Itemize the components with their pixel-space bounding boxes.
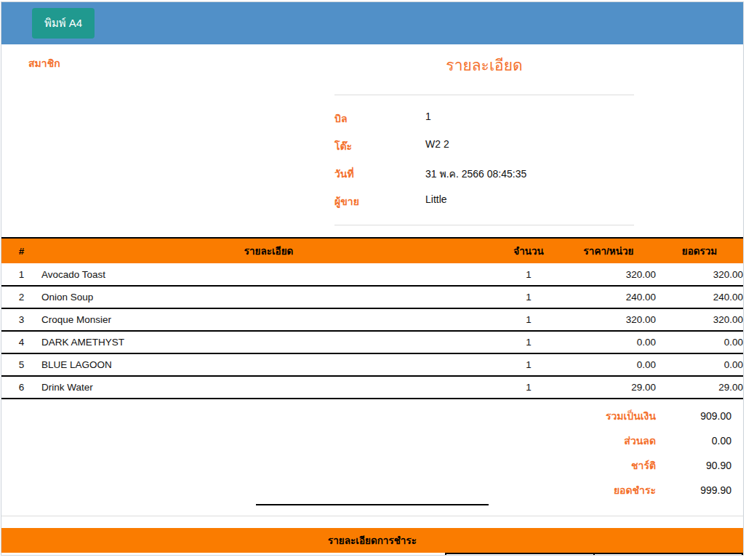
item-name: Onion Soup: [41, 286, 496, 308]
item-number: 1: [1, 263, 41, 286]
bill-label: บิล: [334, 111, 425, 127]
item-unit-price: 29.00: [561, 376, 656, 399]
field-row-date: วันที่ 31 พ.ค. 2566 08:45:35: [334, 160, 634, 188]
payment-header-amount: จำนวนเงิน: [594, 553, 742, 556]
item-quantity: 1: [496, 286, 561, 308]
summary-row-charge: ชาร์ติ 90.90: [1, 453, 743, 478]
summary-row-discount: ส่วนลด 0.00: [1, 428, 743, 453]
item-name: BLUE LAGOON: [41, 353, 496, 376]
summary-row-subtotal: รวมเป็นเงิน 909.00: [1, 404, 743, 428]
item-quantity: 1: [496, 353, 561, 376]
item-name: Drink Water: [41, 376, 496, 399]
item-row: 2 Onion Soup 1 240.00 240.00: [1, 286, 743, 308]
grand-total-label: ยอดชำระ: [614, 482, 656, 498]
grand-total-underline: [256, 504, 489, 505]
item-quantity: 1: [496, 376, 561, 399]
item-row: 5 BLUE LAGOON 1 0.00 0.00: [1, 353, 743, 376]
discount-value: 0.00: [656, 435, 743, 447]
item-quantity: 1: [496, 263, 561, 286]
item-unit-price: 240.00: [561, 286, 656, 308]
seller-label: ผู้ขาย: [334, 193, 425, 209]
item-row: 1 Avocado Toast 1 320.00 320.00: [1, 263, 743, 286]
item-total: 240.00: [656, 286, 743, 308]
item-row: 3 Croque Monsier 1 320.00 320.00: [1, 308, 743, 331]
payment-table: ประเภท จำนวนเงิน PromptPay 5207 999.9: [445, 553, 743, 556]
member-label: สมาชิก: [1, 53, 334, 225]
item-unit-price: 320.00: [561, 263, 656, 286]
item-number: 3: [1, 308, 41, 331]
table-value: W2 2: [425, 138, 449, 154]
field-row-bill: บิล 1: [334, 105, 634, 132]
header-unit-price: ราคา/หน่วย: [561, 238, 656, 263]
header-total: ยอดรวม: [656, 238, 743, 263]
payment-section-header: รายละเอียดการชำระ: [1, 528, 743, 553]
subtotal-label: รวมเป็นเงิน: [606, 408, 656, 424]
header-description: รายละเอียด: [41, 238, 496, 263]
top-bar: พิมพ์ A4: [1, 2, 743, 44]
item-number: 2: [1, 286, 41, 308]
bill-info-fields: บิล 1 โต๊ะ W2 2 วันที่ 31 พ.ค. 2566 08:4…: [334, 95, 634, 225]
print-a4-button[interactable]: พิมพ์ A4: [32, 8, 95, 39]
payment-header-type: ประเภท: [446, 553, 594, 556]
item-name: Avocado Toast: [41, 263, 496, 286]
item-number: 4: [1, 331, 41, 353]
totals-summary: รวมเป็นเงิน 909.00 ส่วนลด 0.00 ชาร์ติ 90…: [1, 404, 743, 505]
items-header-row: # รายละเอียด จำนวน ราคา/หน่วย ยอดรวม: [1, 238, 743, 263]
field-row-seller: ผู้ขาย Little: [334, 188, 634, 215]
details-section: สมาชิก รายละเอียด บิล 1 โต๊ะ W2 2 วันที่…: [1, 53, 743, 225]
grand-total-value: 999.90: [656, 484, 743, 496]
table-label: โต๊ะ: [334, 138, 425, 154]
item-total: 0.00: [656, 353, 743, 376]
date-value: 31 พ.ค. 2566 08:45:35: [425, 166, 526, 182]
bill-detail-page: พิมพ์ A4 สมาชิก รายละเอียด บิล 1 โต๊ะ W2…: [1, 1, 744, 556]
item-unit-price: 0.00: [561, 353, 656, 376]
field-row-table: โต๊ะ W2 2: [334, 132, 634, 160]
header-number: #: [1, 238, 41, 263]
items-table: # รายละเอียด จำนวน ราคา/หน่วย ยอดรวม 1 A…: [1, 237, 743, 399]
item-unit-price: 0.00: [561, 331, 656, 353]
summary-row-grand-total: ยอดชำระ 999.90: [1, 478, 743, 503]
service-charge-value: 90.90: [656, 460, 743, 471]
item-total: 0.00: [656, 331, 743, 353]
item-name: Croque Monsier: [41, 308, 496, 331]
seller-value: Little: [425, 193, 447, 209]
date-label: วันที่: [334, 166, 425, 182]
details-panel: รายละเอียด บิล 1 โต๊ะ W2 2 วันที่ 31 พ.ค…: [334, 53, 634, 225]
section-divider: [1, 516, 743, 516]
item-quantity: 1: [496, 308, 561, 331]
item-number: 5: [1, 353, 41, 376]
subtotal-value: 909.00: [656, 410, 743, 422]
items-table-header: # รายละเอียด จำนวน ราคา/หน่วย ยอดรวม: [1, 238, 743, 263]
service-charge-label: ชาร์ติ: [631, 457, 656, 473]
item-name: DARK AMETHYST: [41, 331, 496, 353]
page-title: รายละเอียด: [334, 53, 634, 77]
payment-header-row: ประเภท จำนวนเงิน: [446, 553, 742, 556]
item-total: 29.00: [656, 376, 743, 399]
item-row: 6 Drink Water 1 29.00 29.00: [1, 376, 743, 399]
item-row: 4 DARK AMETHYST 1 0.00 0.00: [1, 331, 743, 353]
discount-label: ส่วนลด: [624, 433, 656, 449]
item-unit-price: 320.00: [561, 308, 656, 331]
item-number: 6: [1, 376, 41, 399]
item-total: 320.00: [656, 308, 743, 331]
item-total: 320.00: [656, 263, 743, 286]
divider: [334, 225, 634, 225]
bill-value: 1: [425, 111, 431, 127]
item-quantity: 1: [496, 331, 561, 353]
header-quantity: จำนวน: [496, 238, 561, 263]
